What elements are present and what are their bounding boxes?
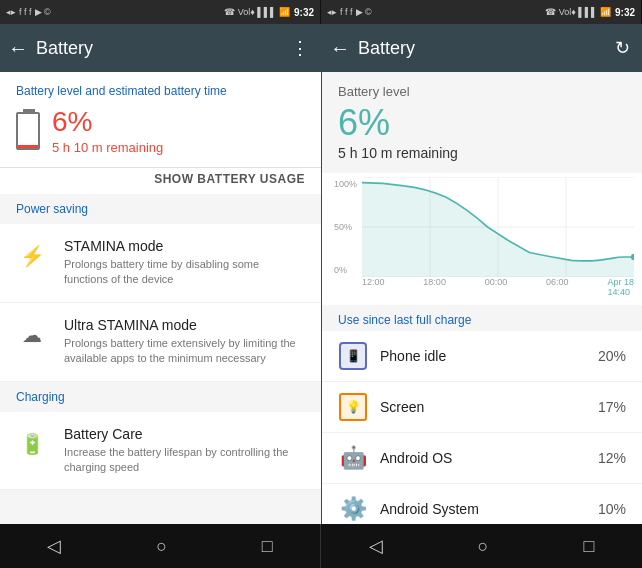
right-battery-remaining: 5 h 10 m remaining bbox=[338, 145, 626, 161]
left-battery-title: Battery level and estimated battery time bbox=[16, 84, 305, 98]
y-label-50: 50% bbox=[334, 222, 358, 232]
android-os-icon: 🤖 bbox=[338, 443, 368, 473]
left-time: 9:32 bbox=[294, 7, 314, 18]
show-usage-container: SHOW BATTERY USAGE bbox=[0, 168, 321, 194]
screen-percent: 17% bbox=[598, 399, 626, 415]
left-back-nav[interactable]: ◁ bbox=[39, 527, 69, 565]
android-os-label: Android OS bbox=[380, 450, 586, 466]
left-menu-button[interactable]: ⋮ bbox=[287, 33, 313, 63]
ultra-stamina-mode-item[interactable]: ☁ Ultra STAMINA mode Prolongs battery ti… bbox=[0, 303, 321, 382]
stamina-title: STAMINA mode bbox=[64, 238, 305, 254]
left-panel: ← Battery ⋮ Battery level and estimated … bbox=[0, 24, 321, 524]
stamina-mode-item[interactable]: ⚡ STAMINA mode Prolongs battery time by … bbox=[0, 224, 321, 303]
show-battery-usage-button[interactable]: SHOW BATTERY USAGE bbox=[154, 172, 305, 186]
right-panel-content: Battery level 6% 5 h 10 m remaining 100%… bbox=[322, 72, 642, 524]
phone-idle-label: Phone idle bbox=[380, 348, 586, 364]
stamina-text: STAMINA mode Prolongs battery time by di… bbox=[64, 238, 305, 288]
usage-android-os[interactable]: 🤖 Android OS 12% bbox=[322, 433, 642, 484]
left-back-button[interactable]: ← bbox=[8, 37, 28, 60]
right-status-icons: ◂▸ f f f ▶ © bbox=[327, 7, 372, 17]
battery-care-item[interactable]: 🔋 Battery Care Increase the battery life… bbox=[0, 412, 321, 491]
right-refresh-button[interactable]: ↻ bbox=[611, 33, 634, 63]
ultra-stamina-desc: Prolongs battery time extensively by lim… bbox=[64, 336, 305, 367]
stamina-desc: Prolongs battery time by disabling some … bbox=[64, 257, 305, 288]
power-saving-header: Power saving bbox=[0, 194, 321, 224]
android-system-label: Android System bbox=[380, 501, 586, 517]
phone-idle-percent: 20% bbox=[598, 348, 626, 364]
status-bar-left: ◂▸ f f f ▶ © ☎ Vol♦ ▌▌▌ 📶 9:32 bbox=[0, 0, 321, 24]
right-back-button[interactable]: ← bbox=[330, 37, 350, 60]
left-nav-panel: ◁ ○ □ bbox=[0, 524, 321, 568]
chart-x-axis: 12:00 18:00 00:00 06:00 Apr 1814:40 bbox=[330, 277, 634, 297]
x-label-0600: 06:00 bbox=[546, 277, 569, 297]
status-bar-right-bar: ◂▸ f f f ▶ © ☎ Vol♦ ▌▌▌ 📶 9:32 bbox=[321, 0, 642, 24]
battery-display: 6% 5 h 10 m remaining bbox=[16, 106, 305, 155]
right-battery-title: Battery level bbox=[338, 84, 626, 99]
right-toolbar: ← Battery ↻ bbox=[322, 24, 642, 72]
left-toolbar: ← Battery ⋮ bbox=[0, 24, 321, 72]
screen-icon: 💡 bbox=[338, 392, 368, 422]
battery-chart: 100% 50% 0% bbox=[330, 177, 634, 277]
ultra-stamina-text: Ultra STAMINA mode Prolongs battery time… bbox=[64, 317, 305, 367]
charging-header: Charging bbox=[0, 382, 321, 412]
left-battery-percent: 6% bbox=[52, 106, 163, 138]
battery-care-title: Battery Care bbox=[64, 426, 305, 442]
usage-phone-idle[interactable]: 📱 Phone idle 20% bbox=[322, 331, 642, 382]
left-panel-content: Battery level and estimated battery time… bbox=[0, 72, 321, 524]
phone-idle-icon: 📱 bbox=[338, 341, 368, 371]
battery-chart-svg bbox=[362, 177, 634, 277]
usage-android-system[interactable]: ⚙️ Android System 10% bbox=[322, 484, 642, 524]
usage-screen[interactable]: 💡 Screen 17% bbox=[322, 382, 642, 433]
battery-care-icon: 🔋 bbox=[16, 428, 48, 460]
screen-wrapper: ← Battery ⋮ Battery level and estimated … bbox=[0, 24, 642, 524]
screen-label: Screen bbox=[380, 399, 586, 415]
left-panel-title: Battery bbox=[36, 38, 279, 59]
x-label-0000: 00:00 bbox=[485, 277, 508, 297]
left-status-icons: ◂▸ f f f ▶ © bbox=[6, 7, 51, 17]
left-recent-nav[interactable]: □ bbox=[254, 528, 281, 565]
right-panel: ← Battery ↻ Battery level 6% 5 h 10 m re… bbox=[321, 24, 642, 524]
y-label-100: 100% bbox=[334, 179, 358, 189]
right-battery-section: Battery level 6% 5 h 10 m remaining bbox=[322, 72, 642, 173]
navigation-bar: ◁ ○ □ ◁ ○ □ bbox=[0, 524, 642, 568]
left-home-nav[interactable]: ○ bbox=[148, 528, 175, 565]
battery-icon bbox=[16, 112, 40, 150]
battery-chart-container: 100% 50% 0% bbox=[322, 173, 642, 305]
right-time: 9:32 bbox=[615, 7, 635, 18]
android-system-percent: 10% bbox=[598, 501, 626, 517]
ultra-stamina-title: Ultra STAMINA mode bbox=[64, 317, 305, 333]
left-battery-remaining: 5 h 10 m remaining bbox=[52, 140, 163, 155]
ultra-stamina-icon: ☁ bbox=[16, 319, 48, 351]
right-home-nav[interactable]: ○ bbox=[470, 528, 497, 565]
stamina-icon: ⚡ bbox=[16, 240, 48, 272]
chart-y-axis: 100% 50% 0% bbox=[330, 177, 362, 277]
right-recent-nav[interactable]: □ bbox=[576, 528, 603, 565]
right-back-nav[interactable]: ◁ bbox=[361, 527, 391, 565]
left-battery-section: Battery level and estimated battery time… bbox=[0, 72, 321, 168]
battery-care-text: Battery Care Increase the battery lifesp… bbox=[64, 426, 305, 476]
use-since-header: Use since last full charge bbox=[322, 305, 642, 331]
x-label-1200: 12:00 bbox=[362, 277, 385, 297]
right-panel-title: Battery bbox=[358, 38, 603, 59]
battery-info: 6% 5 h 10 m remaining bbox=[52, 106, 163, 155]
x-label-1800: 18:00 bbox=[423, 277, 446, 297]
android-system-icon: ⚙️ bbox=[338, 494, 368, 524]
chart-date-label: Apr 1814:40 bbox=[607, 277, 634, 297]
android-os-percent: 12% bbox=[598, 450, 626, 466]
y-label-0: 0% bbox=[334, 265, 358, 275]
status-bar: ◂▸ f f f ▶ © ☎ Vol♦ ▌▌▌ 📶 9:32 ◂▸ f f f … bbox=[0, 0, 642, 24]
right-battery-percent: 6% bbox=[338, 103, 626, 143]
battery-care-desc: Increase the battery lifespan by control… bbox=[64, 445, 305, 476]
right-nav-panel: ◁ ○ □ bbox=[321, 524, 642, 568]
